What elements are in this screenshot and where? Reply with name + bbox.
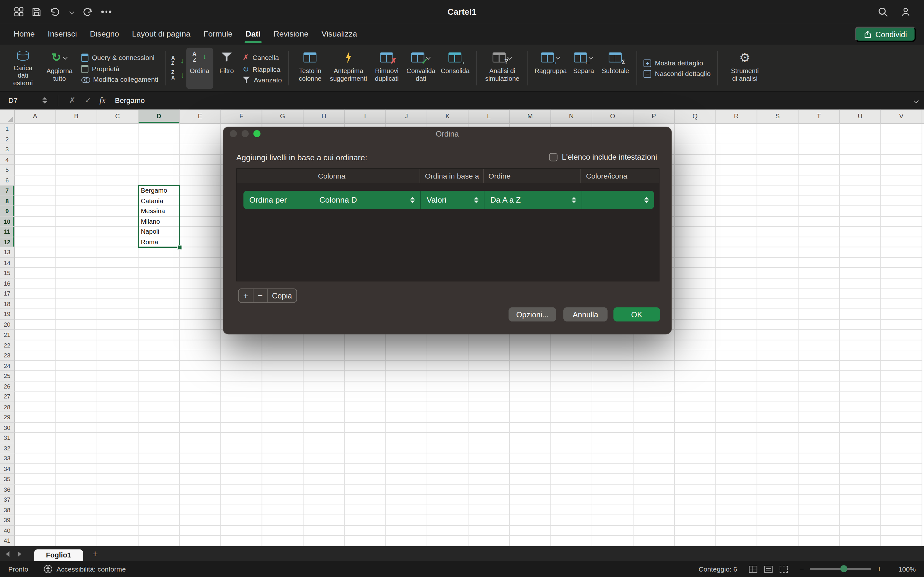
cell-D15[interactable] xyxy=(139,268,180,278)
cell-C1[interactable] xyxy=(97,124,139,134)
cell-D22[interactable] xyxy=(139,340,180,350)
cell-P27[interactable] xyxy=(633,392,675,402)
next-sheet-icon[interactable] xyxy=(18,551,21,557)
cell-H30[interactable] xyxy=(304,422,345,433)
cell-T34[interactable] xyxy=(798,464,840,474)
cell-J27[interactable] xyxy=(386,392,427,402)
cell-R8[interactable] xyxy=(716,196,758,206)
cell-J35[interactable] xyxy=(386,474,427,484)
cell-N32[interactable] xyxy=(551,443,592,453)
cell-A9[interactable] xyxy=(15,206,56,216)
column-header-D[interactable]: D xyxy=(139,110,180,123)
cell-T33[interactable] xyxy=(798,453,840,464)
cell-K35[interactable] xyxy=(427,474,469,484)
cell-B31[interactable] xyxy=(56,433,97,443)
column-header-L[interactable]: L xyxy=(468,110,510,123)
cell-I39[interactable] xyxy=(344,515,386,525)
ribbon-button-nascondi-dettaglio[interactable]: Nascondi dettaglio xyxy=(644,70,711,77)
cell-Q36[interactable] xyxy=(675,484,716,495)
cell-V26[interactable] xyxy=(881,381,922,392)
cell-C11[interactable] xyxy=(97,227,139,237)
cell-E14[interactable] xyxy=(180,258,221,268)
headers-checkbox-row[interactable]: L'elenco include intestazioni xyxy=(549,153,657,161)
remove-level-button[interactable]: − xyxy=(253,289,267,302)
cell-Q24[interactable] xyxy=(675,361,716,371)
cell-F30[interactable] xyxy=(221,422,262,433)
row-header-12[interactable]: 12 xyxy=(0,237,15,247)
cell-I26[interactable] xyxy=(344,381,386,392)
cell-T8[interactable] xyxy=(798,196,840,206)
cell-E35[interactable] xyxy=(180,474,221,484)
cell-S39[interactable] xyxy=(757,515,798,525)
cell-D13[interactable] xyxy=(139,247,180,258)
row-header-30[interactable]: 30 xyxy=(0,422,15,433)
cell-A6[interactable] xyxy=(15,175,56,185)
cell-V36[interactable] xyxy=(881,484,922,495)
cell-N28[interactable] xyxy=(551,402,592,412)
cell-C21[interactable] xyxy=(97,330,139,340)
cell-V37[interactable] xyxy=(881,495,922,505)
cell-T29[interactable] xyxy=(798,412,840,422)
cell-Q34[interactable] xyxy=(675,464,716,474)
cell-N22[interactable] xyxy=(551,340,592,350)
cell-E22[interactable] xyxy=(180,340,221,350)
cell-B13[interactable] xyxy=(56,247,97,258)
cell-F35[interactable] xyxy=(221,474,262,484)
cell-R24[interactable] xyxy=(716,361,758,371)
cell-G40[interactable] xyxy=(262,525,304,536)
cell-U16[interactable] xyxy=(840,278,881,288)
cell-P22[interactable] xyxy=(633,340,675,350)
cell-V40[interactable] xyxy=(881,525,922,536)
cell-Q15[interactable] xyxy=(675,268,716,278)
cell-F26[interactable] xyxy=(221,381,262,392)
cell-S37[interactable] xyxy=(757,495,798,505)
cell-Q1[interactable] xyxy=(675,124,716,134)
cell-S1[interactable] xyxy=(757,124,798,134)
cell-V22[interactable] xyxy=(881,340,922,350)
cell-V35[interactable] xyxy=(881,474,922,484)
cell-T15[interactable] xyxy=(798,268,840,278)
column-header-G[interactable]: G xyxy=(262,110,304,123)
row-header-26[interactable]: 26 xyxy=(0,381,15,392)
cell-D17[interactable] xyxy=(139,288,180,299)
cell-T13[interactable] xyxy=(798,247,840,258)
cell-N38[interactable] xyxy=(551,505,592,515)
cell-A36[interactable] xyxy=(15,484,56,495)
zoom-slider-knob[interactable] xyxy=(841,565,848,572)
row-header-32[interactable]: 32 xyxy=(0,443,15,453)
cell-U19[interactable] xyxy=(840,309,881,319)
cell-M31[interactable] xyxy=(510,433,551,443)
cell-B17[interactable] xyxy=(56,288,97,299)
cell-V5[interactable] xyxy=(881,165,922,175)
search-icon[interactable] xyxy=(878,6,888,18)
cell-E28[interactable] xyxy=(180,402,221,412)
row-header-29[interactable]: 29 xyxy=(0,412,15,422)
cell-U24[interactable] xyxy=(840,361,881,371)
cell-U4[interactable] xyxy=(840,155,881,165)
cell-C16[interactable] xyxy=(97,278,139,288)
cell-V18[interactable] xyxy=(881,299,922,309)
cell-I41[interactable] xyxy=(344,536,386,546)
cell-D26[interactable] xyxy=(139,381,180,392)
cell-T17[interactable] xyxy=(798,288,840,299)
cell-D38[interactable] xyxy=(139,505,180,515)
cell-B32[interactable] xyxy=(56,443,97,453)
cell-B4[interactable] xyxy=(56,155,97,165)
cell-H33[interactable] xyxy=(304,453,345,464)
cell-B5[interactable] xyxy=(56,165,97,175)
cell-L31[interactable] xyxy=(468,433,510,443)
cell-L23[interactable] xyxy=(468,350,510,361)
cell-R7[interactable] xyxy=(716,185,758,196)
row-header-27[interactable]: 27 xyxy=(0,392,15,402)
cell-U5[interactable] xyxy=(840,165,881,175)
cell-E32[interactable] xyxy=(180,443,221,453)
cell-O38[interactable] xyxy=(592,505,634,515)
cell-M27[interactable] xyxy=(510,392,551,402)
cell-D40[interactable] xyxy=(139,525,180,536)
row-header-33[interactable]: 33 xyxy=(0,453,15,464)
cell-B15[interactable] xyxy=(56,268,97,278)
cell-V33[interactable] xyxy=(881,453,922,464)
cell-H29[interactable] xyxy=(304,412,345,422)
cell-D32[interactable] xyxy=(139,443,180,453)
row-header-20[interactable]: 20 xyxy=(0,319,15,330)
